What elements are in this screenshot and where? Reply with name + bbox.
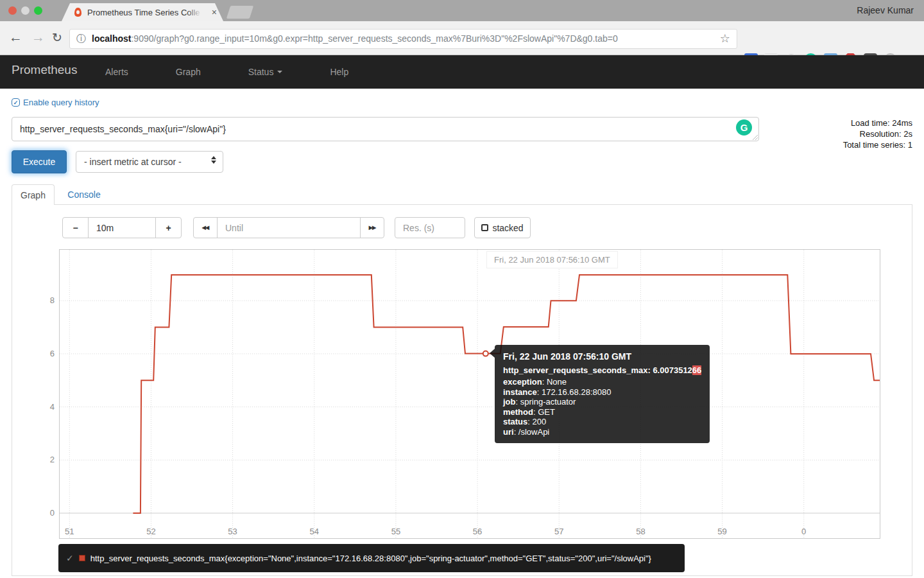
close-window-button[interactable] — [8, 6, 17, 15]
browser-tabstrip: Prometheus Time Series Collec × Rajeev K… — [0, 0, 924, 21]
navbar-item-status[interactable]: Status — [236, 67, 295, 77]
enable-query-history-link[interactable]: ✓ Enable query history — [12, 98, 99, 107]
tooltip-label-row: status: 200 — [503, 417, 701, 427]
graph-panel: − 10m + ◀◀ Until ▶▶ Res. (s) stacked Fri… — [12, 204, 912, 576]
stacked-checkbox-icon[interactable] — [481, 224, 488, 231]
url-host: localhost — [92, 33, 131, 44]
query-stat-line: Total time series: 1 — [843, 139, 912, 150]
execute-button[interactable]: Execute — [12, 150, 67, 173]
time-forward-button[interactable]: ▶▶ — [360, 217, 384, 238]
bookmark-star-icon[interactable]: ☆ — [720, 31, 730, 46]
query-stats: Load time: 24msResolution: 2sTotal time … — [843, 118, 912, 150]
y-axis-tick-label: 0 — [35, 508, 55, 518]
forward-icon: → — [31, 28, 45, 46]
x-axis-tick-label: 55 — [383, 527, 409, 536]
chart-canvas[interactable] — [60, 250, 880, 538]
stacked-label: stacked — [492, 223, 523, 233]
y-axis-tick-label: 4 — [35, 402, 55, 412]
x-axis-tick-label: 57 — [546, 527, 572, 536]
navbar-item-label: Graph — [176, 67, 201, 77]
insert-metric-label: - insert metric at cursor - — [84, 157, 182, 167]
navbar-item-graph[interactable]: Graph — [164, 67, 213, 77]
navbar-item-help[interactable]: Help — [318, 67, 361, 77]
chart-tooltip: Fri, 22 Jun 2018 07:56:10 GMT http_serve… — [495, 345, 710, 443]
tab-close-icon[interactable]: × — [212, 7, 217, 17]
query-stat-line: Load time: 24ms — [843, 118, 912, 128]
browser-profile-name[interactable]: Rajeev Kumar — [857, 5, 914, 15]
tooltip-label-row: instance: 172.16.68.28:8080 — [503, 387, 701, 398]
tooltip-label-row: uri: /slowApi — [503, 427, 701, 437]
reload-icon[interactable]: ↻ — [52, 29, 62, 47]
tab-graph[interactable]: Graph — [12, 184, 55, 205]
back-icon[interactable]: ← — [9, 28, 22, 46]
grammarly-badge-icon[interactable]: G — [736, 119, 752, 136]
query-history-check-icon: ✓ — [12, 98, 20, 107]
x-axis-tick-label: 54 — [302, 527, 327, 536]
legend-check-icon: ✓ — [66, 553, 74, 563]
browser-toolbar: ← → ↻ ⓘ localhost:9090/graph?g0.range_in… — [0, 21, 924, 55]
navbar-item-label: Help — [330, 67, 348, 77]
x-axis-tick-label: 58 — [628, 527, 653, 536]
x-axis-tick-label: 52 — [138, 527, 164, 536]
query-expression-input[interactable]: http_server_requests_seconds_max{uri="/s… — [12, 117, 759, 141]
url-text[interactable]: localhost:9090/graph?g0.range_input=10m&… — [92, 33, 721, 44]
navbar-items: AlertsGraphStatusHelp — [93, 55, 384, 89]
x-axis-tick-label: 0 — [791, 527, 817, 536]
new-tab-button[interactable] — [227, 6, 253, 19]
browser-tab[interactable]: Prometheus Time Series Collec × — [62, 3, 223, 21]
time-back-button[interactable]: ◀◀ — [193, 217, 218, 238]
navbar-item-label: Alerts — [105, 67, 128, 77]
tooltip-arrow — [490, 349, 495, 358]
y-axis-tick-label: 2 — [35, 455, 55, 464]
tooltip-title: Fri, 22 Jun 2018 07:56:10 GMT — [503, 351, 701, 362]
x-axis-tick-label: 56 — [465, 527, 490, 536]
tooltip-label-row: method: GET — [503, 407, 701, 417]
chevron-down-icon — [277, 71, 282, 73]
time-series-chart[interactable]: Fri, 22 Jun 2018 07:56:10 GMT Fri, 22 Ju… — [59, 249, 880, 539]
tab-console[interactable]: Console — [59, 184, 109, 205]
range-decrease-button[interactable]: − — [62, 217, 89, 238]
screen: Prometheus Time Series Collec × Rajeev K… — [0, 0, 924, 578]
tooltip-metric-line: http_server_requests_seconds_max: 6.0073… — [503, 365, 701, 375]
hover-point-marker — [483, 351, 488, 356]
insert-metric-select[interactable]: - insert metric at cursor - — [76, 151, 223, 173]
tab-title-fade — [187, 8, 201, 19]
site-info-icon[interactable]: ⓘ — [76, 33, 86, 45]
navbar-item-alerts[interactable]: Alerts — [93, 67, 141, 77]
fullscreen-window-button[interactable] — [34, 6, 42, 15]
prometheus-navbar: Prometheus AlertsGraphStatusHelp — [0, 55, 924, 89]
legend-color-swatch — [79, 555, 85, 561]
hover-date-label: Fri, 22 Jun 2018 07:56:10 GMT — [486, 251, 618, 268]
y-axis-tick-label: 6 — [35, 349, 55, 358]
resolution-input[interactable]: Res. (s) — [395, 217, 465, 238]
minimize-window-button[interactable] — [21, 6, 30, 15]
navbar-item-label: Status — [248, 67, 274, 77]
range-input[interactable]: 10m — [88, 217, 156, 238]
tab-title: Prometheus Time Series Collec — [87, 8, 200, 19]
until-input[interactable]: Until — [217, 217, 361, 238]
stacked-toggle[interactable]: stacked — [474, 217, 531, 238]
x-axis-tick-label: 53 — [220, 527, 246, 536]
tooltip-label-rows: exception: Noneinstance: 172.16.68.28:80… — [503, 377, 701, 437]
legend-series-text: http_server_requests_seconds_max{excepti… — [90, 554, 651, 563]
series-legend-row[interactable]: ✓ http_server_requests_seconds_max{excep… — [58, 544, 685, 572]
prometheus-brand[interactable]: Prometheus — [12, 63, 77, 77]
enable-query-history-label: Enable query history — [23, 98, 99, 107]
tooltip-label-row: job: spring-actuator — [503, 397, 701, 407]
x-axis-tick-label: 51 — [56, 527, 82, 536]
range-increase-button[interactable]: + — [155, 217, 182, 238]
tooltip-label-row: exception: None — [503, 377, 701, 387]
y-axis-tick-label: 8 — [35, 295, 55, 305]
query-stat-line: Resolution: 2s — [843, 128, 912, 139]
select-arrows-icon — [211, 156, 216, 164]
url-bar[interactable]: ⓘ localhost:9090/graph?g0.range_input=10… — [69, 29, 737, 49]
x-axis-tick-label: 59 — [710, 527, 735, 536]
prometheus-favicon-icon — [74, 8, 81, 17]
url-path: :9090/graph?g0.range_input=10m&g0.expr=h… — [131, 33, 617, 44]
